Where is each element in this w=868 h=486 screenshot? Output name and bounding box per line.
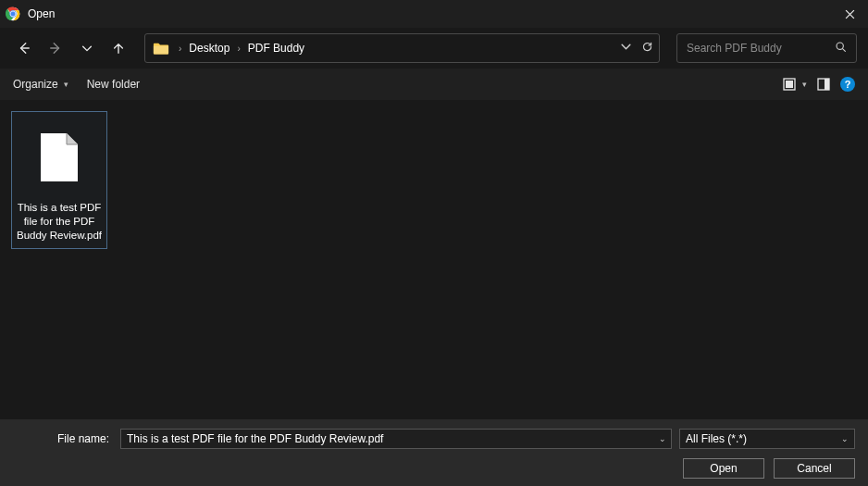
organize-button[interactable]: Organize ▾ — [13, 78, 68, 91]
cancel-button[interactable]: Cancel — [774, 458, 855, 479]
up-button[interactable] — [105, 35, 131, 61]
caret-down-icon: ▾ — [64, 80, 68, 89]
search-input[interactable] — [687, 42, 835, 55]
breadcrumb-item[interactable]: Desktop — [189, 42, 229, 55]
bottom-panel: File name: ⌄ All Files (*.*) ⌄ Open Canc… — [0, 419, 868, 486]
recent-locations-button[interactable] — [74, 35, 100, 61]
svg-point-4 — [10, 11, 16, 17]
open-button[interactable]: Open — [683, 458, 764, 479]
search-box[interactable] — [676, 33, 857, 63]
toolbar: Organize ▾ New folder ▾ ? — [0, 69, 868, 100]
folder-icon — [153, 42, 169, 55]
new-folder-button[interactable]: New folder — [87, 78, 140, 91]
refresh-button[interactable] — [641, 41, 653, 56]
breadcrumb-item[interactable]: PDF Buddy — [248, 42, 304, 55]
chrome-icon — [6, 6, 20, 21]
filename-input[interactable] — [120, 429, 672, 449]
file-area[interactable]: This is a test PDF file for the PDF Budd… — [0, 100, 868, 419]
search-icon[interactable] — [835, 41, 847, 56]
breadcrumb: › Desktop › PDF Buddy — [179, 42, 620, 55]
filetype-select[interactable]: All Files (*.*) ⌄ — [679, 429, 855, 449]
file-icon — [16, 118, 103, 197]
svg-rect-7 — [786, 81, 793, 88]
address-bar[interactable]: › Desktop › PDF Buddy — [144, 33, 660, 63]
filename-label: File name: — [13, 432, 113, 445]
organize-label: Organize — [13, 78, 58, 91]
chevron-right-icon[interactable]: › — [237, 44, 240, 54]
back-button[interactable] — [11, 35, 37, 61]
chevron-right-icon[interactable]: › — [179, 44, 181, 54]
close-button[interactable] — [831, 0, 868, 28]
filetype-value: All Files (*.*) — [686, 432, 747, 445]
svg-rect-9 — [825, 79, 829, 90]
address-dropdown-button[interactable] — [620, 41, 632, 56]
nav-row: › Desktop › PDF Buddy — [0, 28, 868, 69]
new-folder-label: New folder — [87, 78, 140, 91]
window-title: Open — [28, 7, 55, 20]
titlebar: Open — [0, 0, 868, 28]
forward-button[interactable] — [43, 35, 68, 61]
preview-pane-button[interactable] — [814, 75, 833, 93]
file-item[interactable]: This is a test PDF file for the PDF Budd… — [11, 111, 107, 249]
caret-down-icon: ⌄ — [841, 434, 849, 443]
caret-down-icon[interactable]: ▾ — [802, 80, 807, 89]
help-button[interactable]: ? — [840, 77, 855, 92]
file-label: This is a test PDF file for the PDF Budd… — [16, 201, 103, 243]
view-options-button[interactable] — [780, 75, 799, 93]
